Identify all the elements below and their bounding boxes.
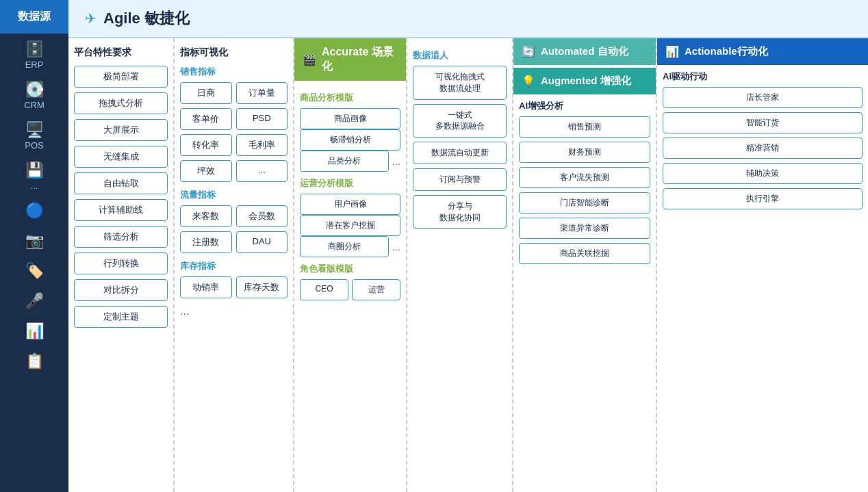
automated-header: 🔄 Automated 自动化 <box>513 38 656 65</box>
main-content: ✈ Agile 敏捷化 平台特性要求 极简部署 拖拽式分析 大屏展示 无缝集成 … <box>68 0 868 492</box>
sidebar-item-social[interactable]: 🔵 <box>0 195 68 225</box>
action-tag-2[interactable]: 精准营销 <box>663 138 863 159</box>
sidebar-label-pos: POS <box>25 140 43 151</box>
platform-tag-0[interactable]: 极简部署 <box>74 66 168 88</box>
platform-column: 平台特性要求 极简部署 拖拽式分析 大屏展示 无缝集成 自由钻取 计算辅助线 筛… <box>68 38 175 492</box>
inventory-tag-1[interactable]: 库存天数 <box>236 276 288 298</box>
sidebar-item-clipboard[interactable]: 📋 <box>0 346 68 376</box>
sidebar-item-excel[interactable]: 📊 <box>0 315 68 346</box>
ai-tag-5[interactable]: 商品关联挖掘 <box>519 243 650 264</box>
platform-tag-1[interactable]: 拖拽式分析 <box>74 92 168 114</box>
metric-tag-5[interactable]: 毛利率 <box>236 134 288 156</box>
track-tag-3[interactable]: 订阅与预警 <box>413 168 507 191</box>
social-icon: 🔵 <box>25 202 44 220</box>
track-tag-1[interactable]: 一键式多数据源融合 <box>413 104 507 138</box>
inventory-metrics-title: 库存指标 <box>180 260 288 272</box>
pos-icon: 🖥️ <box>25 121 44 139</box>
metric-tag-6[interactable]: 坪效 <box>180 160 232 182</box>
traffic-tag-2[interactable]: 注册数 <box>180 231 232 253</box>
inventory-metrics-grid: 动销率 库存天数 <box>180 276 288 298</box>
track-tag-4[interactable]: 分享与数据化协同 <box>413 195 507 229</box>
role-tag-ops[interactable]: 运营 <box>352 279 400 300</box>
more-db-icon: 💾 <box>25 161 44 179</box>
platform-tag-9[interactable]: 定制主题 <box>74 306 168 328</box>
track-tag-2[interactable]: 数据流自动更新 <box>413 142 507 164</box>
product-tag-0[interactable]: 商品画像 <box>300 108 400 129</box>
platform-tag-8[interactable]: 对比拆分 <box>74 279 168 301</box>
augmented-title: Augmented 增强化 <box>541 75 631 88</box>
sidebar-item-crm[interactable]: 💽 CRM <box>0 74 68 114</box>
ops-ellipsis: ... <box>392 242 400 253</box>
platform-tag-6[interactable]: 筛选分析 <box>74 226 168 248</box>
ai-tag-2[interactable]: 客户流失预测 <box>519 167 650 188</box>
automated-icon: 🔄 <box>522 45 535 58</box>
actionable-inner: AI驱动行动 店长管家 智能订货 精准营销 辅助决策 执行引擎 <box>657 65 868 219</box>
product-analysis-title: 商品分析模版 <box>300 92 400 104</box>
metrics-column: 指标可视化 销售指标 日商 订单量 客单价 PSD 转化率 毛利率 坪效 ...… <box>175 38 294 492</box>
excel-icon: 📊 <box>25 322 44 340</box>
sidebar-item-tag[interactable]: 🏷️ <box>0 255 68 285</box>
actionable-icon: 📊 <box>665 45 679 58</box>
traffic-metrics-title: 流量指标 <box>180 189 288 201</box>
metric-tag-2[interactable]: 客单价 <box>180 108 232 130</box>
sidebar-item-mic[interactable]: 🎤 <box>0 285 68 315</box>
platform-tag-7[interactable]: 行列转换 <box>74 253 168 274</box>
ai-analysis-title: AI增强分析 <box>519 100 650 112</box>
agile-icon: ✈ <box>85 10 97 27</box>
traffic-tag-3[interactable]: DAU <box>236 231 288 253</box>
sidebar-item-erp[interactable]: 🗄️ ERP <box>0 34 68 74</box>
accurate-header: 🎬 Accurate 场景化 <box>294 38 406 81</box>
platform-title: 平台特性要求 <box>74 47 168 59</box>
top-bar-title: Agile 敏捷化 <box>103 8 190 29</box>
camera-icon: 📷 <box>25 232 44 250</box>
traffic-tag-0[interactable]: 来客数 <box>180 205 232 227</box>
action-tag-3[interactable]: 辅助决策 <box>663 163 863 184</box>
accurate-header-title: Accurate 场景化 <box>322 45 398 74</box>
product-ellipsis: ... <box>392 156 400 167</box>
metric-tag-ellipsis: ... <box>236 160 288 182</box>
sidebar-item-pos[interactable]: 🖥️ POS <box>0 114 68 155</box>
automated-augmented-column: 🔄 Automated 自动化 💡 Augmented 增强化 AI增强分析 销… <box>513 38 657 492</box>
metrics-ellipsis: ... <box>180 302 288 320</box>
metric-tag-4[interactable]: 转化率 <box>180 134 232 156</box>
ai-tag-1[interactable]: 财务预测 <box>519 142 650 163</box>
mic-icon: 🎤 <box>25 292 44 310</box>
product-tag-2[interactable]: 品类分析 <box>300 151 389 172</box>
platform-tag-3[interactable]: 无缝集成 <box>74 146 168 168</box>
ops-tag-1[interactable]: 潜在客户挖掘 <box>300 215 400 236</box>
augmented-icon: 💡 <box>522 75 535 88</box>
track-tag-0[interactable]: 可视化拖拽式数据流处理 <box>413 66 507 100</box>
traffic-metrics-grid: 来客数 会员数 注册数 DAU <box>180 205 288 253</box>
ai-tag-3[interactable]: 门店智能诊断 <box>519 192 650 213</box>
ops-row-2: 商圈分析 ... <box>300 236 400 257</box>
erp-icon: 🗄️ <box>25 40 44 58</box>
action-tag-4[interactable]: 执行引擎 <box>663 188 863 209</box>
metric-tag-0[interactable]: 日商 <box>180 82 232 104</box>
ai-tag-0[interactable]: 销售预测 <box>519 116 650 138</box>
sales-metrics-grid: 日商 订单量 客单价 PSD 转化率 毛利率 坪效 ... <box>180 82 288 182</box>
traffic-tag-1[interactable]: 会员数 <box>236 205 288 227</box>
content-area: 平台特性要求 极简部署 拖拽式分析 大屏展示 无缝集成 自由钻取 计算辅助线 筛… <box>68 38 868 492</box>
sales-metrics-title: 销售指标 <box>180 66 288 78</box>
ai-section: AI增强分析 销售预测 财务预测 客户流失预测 门店智能诊断 渠道异常诊断 商品… <box>513 94 656 274</box>
sidebar-item-camera[interactable]: 📷 <box>0 225 68 255</box>
sidebar-item-more[interactable]: 💾 ... <box>0 155 68 195</box>
role-tag-ceo[interactable]: CEO <box>300 279 348 300</box>
ops-tag-2[interactable]: 商圈分析 <box>300 236 389 257</box>
platform-tag-4[interactable]: 自由钻取 <box>74 172 168 194</box>
inventory-tag-0[interactable]: 动销率 <box>180 276 232 298</box>
platform-tag-2[interactable]: 大屏展示 <box>74 119 168 141</box>
action-tag-0[interactable]: 店长管家 <box>663 87 863 108</box>
platform-tag-5[interactable]: 计算辅助线 <box>74 199 168 221</box>
ops-analysis-title: 运营分析模版 <box>300 177 400 190</box>
action-tag-1[interactable]: 智能订货 <box>663 112 863 133</box>
crm-icon: 💽 <box>25 81 44 99</box>
ai-tag-4[interactable]: 渠道异常诊断 <box>519 218 650 239</box>
product-tag-1[interactable]: 畅滞销分析 <box>300 129 400 151</box>
ops-tag-0[interactable]: 用户画像 <box>300 194 400 215</box>
actionable-header: 📊 Actionable行动化 <box>657 38 868 65</box>
sidebar: 数据源 🗄️ ERP 💽 CRM 🖥️ POS 💾 ... 🔵 📷 🏷️ 🎤 <box>0 0 68 492</box>
analysis-inner: 商品分析模版 商品画像 畅滞销分析 品类分析 ... 运营分析模版 用户画像 潜… <box>294 81 406 492</box>
metric-tag-3[interactable]: PSD <box>236 108 288 130</box>
metric-tag-1[interactable]: 订单量 <box>236 82 288 104</box>
